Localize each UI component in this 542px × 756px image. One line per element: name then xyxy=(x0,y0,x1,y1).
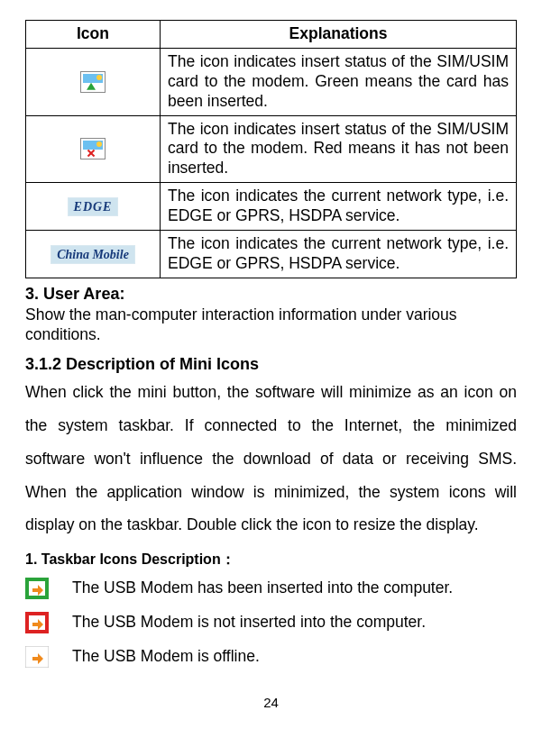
sim-inserted-icon-cell xyxy=(26,48,161,115)
icon-table: Icon Explanations The icon indicates ins… xyxy=(25,20,517,278)
edge-icon-cell: EDGE xyxy=(26,183,161,231)
modem-inserted-text: The USB Modem has been inserted into the… xyxy=(72,578,453,598)
carrier-icon-cell: China Mobile xyxy=(26,230,161,278)
modem-not-inserted-text: The USB Modem is not inserted into the c… xyxy=(72,613,426,633)
modem-not-inserted-icon xyxy=(25,612,49,633)
user-area-heading: 3. User Area: xyxy=(25,284,517,305)
modem-offline-icon xyxy=(25,646,49,668)
header-icon: Icon xyxy=(26,21,161,49)
taskbar-row-inserted: The USB Modem has been inserted into the… xyxy=(25,578,517,599)
mini-icons-text: When click the mini button, the software… xyxy=(25,376,517,542)
carrier-explanation: The icon indicates the current network t… xyxy=(161,230,517,278)
taskbar-heading: 1. Taskbar Icons Description： xyxy=(25,551,517,569)
header-explanations: Explanations xyxy=(161,21,517,49)
sim-not-inserted-icon-cell xyxy=(26,115,161,183)
sim-not-inserted-icon xyxy=(80,138,106,159)
edge-explanation: The icon indicates the current network t… xyxy=(161,183,517,231)
sim-not-inserted-explanation: The icon indicates insert status of the … xyxy=(161,115,517,183)
taskbar-row-offline: The USB Modem is offline. xyxy=(25,646,517,668)
sim-inserted-explanation: The icon indicates insert status of the … xyxy=(161,48,517,115)
page-number: 24 xyxy=(25,695,517,712)
mini-icons-heading: 3.1.2 Description of Mini Icons xyxy=(25,354,517,375)
user-area-text: Show the man-computer interaction inform… xyxy=(25,305,517,345)
modem-inserted-icon xyxy=(25,578,49,599)
edge-icon: EDGE xyxy=(68,197,119,217)
sim-inserted-icon xyxy=(80,71,106,93)
modem-offline-text: The USB Modem is offline. xyxy=(72,647,260,667)
carrier-icon: China Mobile xyxy=(51,245,135,265)
taskbar-row-not-inserted: The USB Modem is not inserted into the c… xyxy=(25,612,517,633)
